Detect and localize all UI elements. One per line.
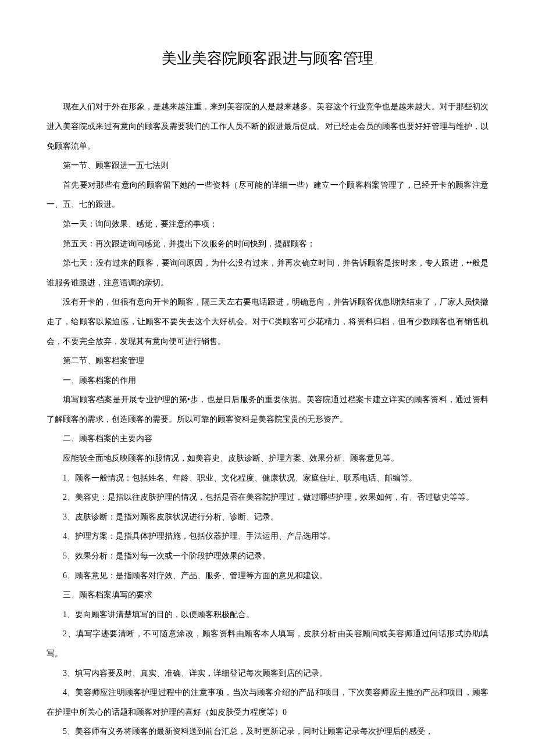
list-item: 4、护理方案：是指具体护理措施，包括仪器护理、手法运用、产品选用等。: [47, 526, 488, 546]
list-item: 6、顾客意见：是指顾客对疗效、产品、服务、管理等方面的意见和建议。: [47, 566, 488, 586]
section-heading: 第二节、顾客档案管理: [47, 351, 488, 371]
subsection-heading: 二、顾客档案的主要内容: [47, 429, 488, 449]
list-item: 3、填写内容要及时、真实、准确、详实，详细登记每次顾客到店的记录。: [47, 664, 488, 683]
body-paragraph: 填写顾客档案是开展专业护理的第•步，也是日后服务的重要依据。美容院通过档案卡建立…: [47, 390, 488, 429]
subsection-heading: 一、顾客档案的作用: [47, 371, 488, 390]
list-item: 2、填写字迹要清晰，不可随意涂改，顾客资料由顾客本人填写，皮肤分析由美容顾问或美…: [47, 624, 488, 663]
body-paragraph: 第七天：没有过来的顾客，要询问原因，为什么没有过来，并再次确立时间，并告诉顾客是…: [47, 253, 488, 292]
body-paragraph: 应能较全面地反映顾客的i股情况，如美容史、皮肤诊断、护理方案、效果分析、顾客意见…: [47, 449, 488, 468]
body-paragraph: 第五天：再次跟进询问感觉，并提出下次服务的时间快到，提醒顾客；: [47, 234, 488, 254]
list-item: 5、效果分析：是指对每一次或一个阶段护理效果的记录。: [47, 546, 488, 566]
list-item: 1、顾客一般情况：包括姓名、年龄、职业、文化程度、健康状况、家庭住址、联系电话、…: [47, 468, 488, 488]
body-paragraph: 第一天：询问效果、感觉，要注意的事项；: [47, 214, 488, 234]
list-item: 3、皮肤诊断：是指对顾客皮肤状况进行分析、诊断、记录。: [47, 507, 488, 527]
list-item: 2、美容史：是指以往皮肤护理的情况，包括是否在美容院护理过，做过哪些护理，效果如…: [47, 488, 488, 507]
document-title: 美业美容院顾客跟进与顾客管理: [47, 41, 488, 77]
list-item: 4、美容师应注明顾客护理过程中的注意事项，当次与顾客介绍的产品和项目，下次美容师…: [47, 683, 488, 722]
list-item: 5、美容师有义务将顾客的最新资料送到前台汇总，及时更新记录，同时让顾客记录每次护…: [47, 722, 488, 741]
list-item: 1、要向顾客讲清楚填写的目的，以便顾客积极配合。: [47, 605, 488, 625]
body-paragraph: 首先要对那些有意向的顾客留下她的一些资料（尽可能的详细一些）建立一个顾客档案管理…: [47, 175, 488, 214]
body-paragraph: 现在人们对于外在形象，是越来越注重，来到美容院的人是越来越多。美容这个行业竞争也…: [47, 97, 488, 156]
body-paragraph: 没有开卡的，但很有意向开卡的顾客，隔三天左右要电话跟进，明确意向，并告诉顾客优惠…: [47, 292, 488, 351]
section-heading: 第一节、顾客跟进一五七法则: [47, 156, 488, 175]
subsection-heading: 三、顾客档案填写的要求: [47, 585, 488, 605]
